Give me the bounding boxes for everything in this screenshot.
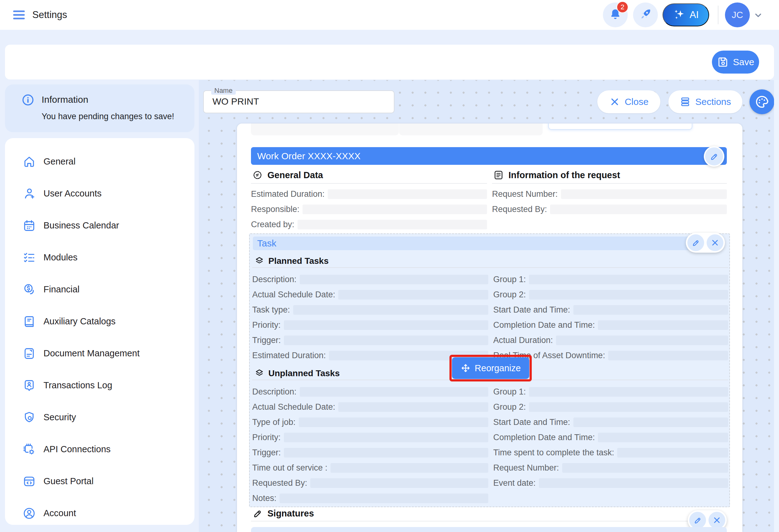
sidebar-item[interactable]: Modules (5, 242, 194, 273)
field-placeholder (608, 351, 728, 360)
sidebar-item[interactable]: General (5, 146, 194, 178)
sparkles-icon (673, 8, 686, 22)
sidebar-item[interactable]: Transactions Log (5, 370, 194, 401)
request-info-header: Information of the request (493, 170, 620, 181)
task-section: Task Planned Tasks (249, 234, 730, 507)
field-row: Group 1: (493, 387, 728, 397)
name-input[interactable] (213, 91, 386, 112)
signatures-edit-button[interactable] (689, 512, 706, 529)
close-icon (712, 516, 722, 525)
field-placeholder (550, 205, 727, 214)
field-placeholder (293, 305, 488, 315)
sidebar-item[interactable]: Guest Portal (5, 465, 194, 497)
field-placeholder (284, 433, 488, 442)
scrollbar-track[interactable] (774, 80, 779, 532)
reorganize-label: Reorganize (475, 363, 521, 374)
field-row: Trigger: (252, 336, 488, 345)
task-remove-button[interactable] (707, 234, 723, 251)
field-row: Time out of service : (252, 463, 488, 473)
task-edit-button[interactable] (687, 234, 704, 251)
field-placeholder (298, 220, 487, 229)
shield-icon (22, 411, 36, 424)
chevron-down-icon[interactable] (753, 10, 764, 20)
floppy-icon (717, 56, 729, 68)
layers-icon (254, 368, 264, 379)
field-row: Responsible: (251, 205, 487, 214)
sidebar-item[interactable]: Security (5, 401, 194, 433)
work-order-edit-button[interactable] (704, 146, 724, 167)
sidebar-item[interactable]: User Accounts (5, 178, 194, 209)
field-row: Group 2: (493, 402, 728, 412)
sidebar-item[interactable]: Financial (5, 273, 194, 306)
notifications-button[interactable]: 2 (603, 2, 628, 27)
reorganize-button[interactable]: Reorganize (452, 357, 529, 379)
book-icon (22, 315, 36, 328)
information-panel: Information You have pending changes to … (5, 84, 194, 132)
app-bar: Settings 2 AI JC (0, 0, 779, 30)
sections-icon (679, 96, 691, 108)
menu-icon[interactable] (11, 7, 27, 22)
field-row: Trigger: (252, 448, 488, 458)
field-placeholder (303, 205, 487, 214)
field-placeholder (331, 463, 488, 473)
field-placeholder (598, 433, 728, 442)
field-row: Priority: (252, 433, 488, 442)
signatures-remove-button[interactable] (709, 512, 725, 529)
field-placeholder (300, 387, 488, 397)
pencil-icon (691, 238, 701, 247)
general-data-fields: Estimated Duration: Responsible: Created… (251, 189, 727, 235)
field-row: Actual Schedule Date: (252, 402, 488, 412)
planned-tasks-fields: Description: Actual Schedule Date: Task … (252, 275, 728, 366)
browser-code-icon (22, 475, 36, 488)
field-placeholder (284, 336, 488, 345)
close-button[interactable]: Close (597, 90, 660, 113)
save-button[interactable]: Save (712, 51, 759, 74)
field-placeholder (598, 320, 728, 330)
sidebar-item[interactable]: Account (5, 497, 194, 525)
print-template-preview: Work Order XXXX-XXXX General Data Inform… (237, 124, 742, 532)
unplanned-tasks-title: Unplanned Tasks (268, 369, 340, 378)
field-row: Requested By: (492, 205, 727, 214)
calendar-icon (22, 219, 36, 232)
sections-button[interactable]: Sections (668, 90, 742, 113)
work-order-header: Work Order XXXX-XXXX (251, 147, 727, 165)
field-placeholder (338, 402, 488, 412)
sidebar-item[interactable]: Auxiliary Catalogs (5, 306, 194, 337)
field-row: Type of job: (252, 417, 488, 427)
field-placeholder (617, 448, 728, 458)
rocket-icon (639, 8, 652, 22)
sidebar-item[interactable]: Document Management (5, 337, 194, 370)
divider (252, 267, 728, 268)
field-row: Event date: (493, 478, 728, 488)
close-label: Close (624, 96, 649, 107)
field-row: Completion Date and Time: (493, 320, 728, 330)
field-placeholder (300, 275, 488, 284)
document-lines-icon (493, 170, 504, 181)
annotation-highlight: Reorganize (450, 355, 532, 382)
field-placeholder (562, 463, 728, 473)
theme-palette-button[interactable] (750, 89, 774, 114)
home-icon (22, 155, 36, 169)
palette-icon (755, 95, 769, 109)
ai-button[interactable]: AI (663, 3, 709, 26)
planned-tasks-title: Planned Tasks (268, 256, 328, 266)
sidebar-item[interactable]: API Connections (5, 433, 194, 465)
field-row: Time spent to complete the task: (493, 448, 728, 458)
signatures-header: Signatures (252, 508, 314, 519)
avatar[interactable]: JC (725, 2, 750, 27)
field-placeholder (310, 478, 488, 488)
work-order-title: Work Order XXXX-XXXX (257, 151, 361, 161)
sidebar-item[interactable]: Business Calendar (5, 209, 194, 242)
field-row: Request Number: (492, 189, 727, 199)
field-row: Created by: (251, 220, 487, 229)
quickstart-button[interactable] (633, 2, 658, 27)
pencil-icon (709, 151, 719, 161)
close-icon (609, 96, 620, 108)
checklist-icon (22, 251, 36, 264)
layers-icon (254, 256, 264, 266)
person-circle-icon (22, 507, 36, 520)
task-section-actions (686, 233, 725, 253)
field-row: Task type: (252, 305, 488, 315)
coin-dollar-icon (22, 283, 36, 296)
pen-icon (252, 508, 263, 519)
